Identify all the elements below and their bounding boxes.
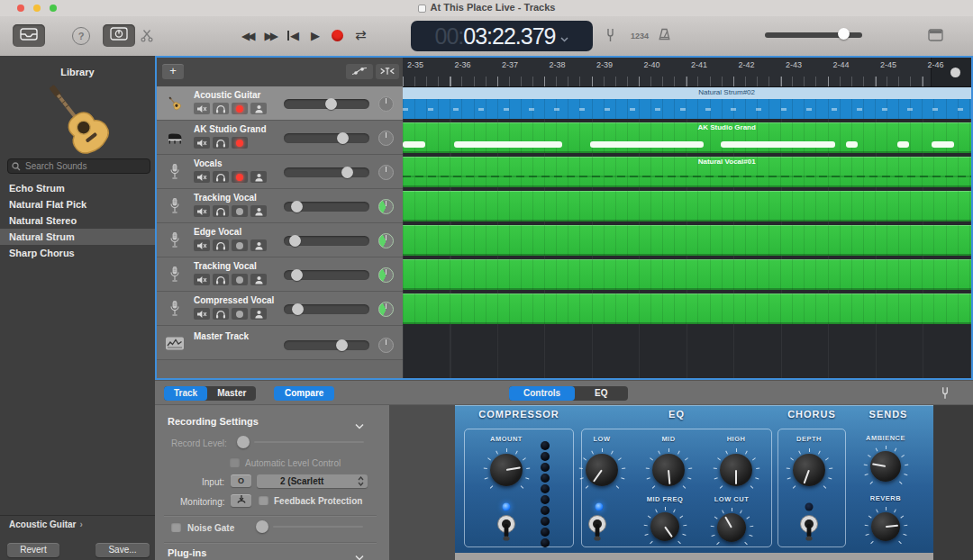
automation-button[interactable]	[346, 64, 373, 79]
solo-button[interactable]	[213, 137, 229, 149]
solo-button[interactable]	[213, 308, 229, 320]
track-volume-knob[interactable]	[289, 235, 301, 247]
track-row[interactable]: Vocals	[157, 155, 403, 189]
mid-freq-knob[interactable]	[644, 506, 686, 547]
mute-button[interactable]	[194, 171, 210, 183]
smart-controls-toggle-button[interactable]	[103, 24, 135, 47]
track-lane[interactable]: Natural Vocal#01	[403, 155, 971, 189]
record-enable-button[interactable]	[232, 308, 248, 320]
track-volume-knob[interactable]	[291, 269, 303, 281]
input-monitoring-button[interactable]	[250, 171, 267, 183]
track-lane[interactable]	[403, 189, 971, 223]
track-volume-knob[interactable]	[337, 132, 349, 144]
depth-knob[interactable]	[787, 447, 832, 492]
monitoring-button[interactable]	[231, 494, 251, 507]
track-volume-knob[interactable]	[325, 98, 337, 110]
solo-button[interactable]	[213, 274, 229, 285]
library-item[interactable]: Echo Strum	[0, 180, 155, 196]
track-volume-slider[interactable]	[284, 236, 369, 246]
track-row[interactable]: Edge Vocal	[157, 223, 403, 257]
library-toggle-button[interactable]	[13, 24, 45, 47]
mute-button[interactable]	[194, 103, 210, 114]
pan-knob[interactable]	[378, 131, 394, 146]
reverb-knob[interactable]	[865, 506, 906, 547]
compare-button[interactable]: Compare	[274, 386, 334, 401]
low-knob[interactable]	[579, 447, 624, 492]
pan-knob[interactable]	[378, 165, 394, 180]
compressor-switch[interactable]	[495, 514, 518, 548]
track-lane[interactable]	[403, 326, 971, 360]
save-button[interactable]: Save...	[95, 543, 150, 557]
input-select[interactable]: 2 (Scarlett	[257, 474, 368, 488]
input-monitoring-button[interactable]	[250, 103, 267, 114]
eq-switch[interactable]	[586, 514, 609, 548]
pan-knob[interactable]	[378, 199, 394, 214]
timeline-ruler[interactable]: 2-352-362-372-382-392-402-412-422-432-44…	[403, 58, 971, 87]
track-row[interactable]: Master Track	[157, 326, 403, 360]
mute-button[interactable]	[194, 274, 210, 285]
master-volume-slider[interactable]	[765, 31, 862, 40]
solo-button[interactable]	[213, 171, 229, 183]
search-input[interactable]	[23, 160, 146, 172]
recording-settings-header[interactable]: Recording Settings	[168, 416, 259, 427]
track-lane[interactable]: Natural Strum#02	[403, 86, 971, 121]
fast-forward-button[interactable]: ▶▶	[264, 31, 275, 41]
region-audio-blue[interactable]: Natural Strum#02	[403, 87, 971, 119]
library-item[interactable]: Natural Strum	[0, 229, 155, 245]
pan-knob[interactable]	[378, 96, 394, 112]
library-item[interactable]: Sharp Chorus	[0, 245, 155, 261]
track-lane[interactable]	[403, 257, 971, 292]
smart-controls-tuning-button[interactable]	[941, 386, 950, 403]
metronome-button[interactable]	[658, 28, 671, 45]
cycle-button[interactable]: ⇄	[355, 29, 367, 42]
zoom-slider-knob[interactable]	[950, 68, 960, 77]
ambience-knob[interactable]	[864, 445, 907, 488]
mute-button[interactable]	[194, 308, 210, 320]
lcd-display[interactable]: 00: 03:22.379	[411, 21, 593, 51]
go-to-beginning-button[interactable]: ◀	[287, 30, 299, 41]
chevron-down-icon[interactable]	[355, 417, 364, 433]
auto-level-checkbox[interactable]	[230, 457, 240, 467]
pan-knob[interactable]	[378, 338, 394, 353]
record-enable-button[interactable]	[232, 205, 248, 217]
track-lane[interactable]	[403, 292, 971, 326]
record-enable-button[interactable]	[232, 274, 248, 285]
record-button[interactable]	[332, 30, 343, 41]
track-volume-slider[interactable]	[284, 270, 369, 280]
add-track-button[interactable]: +	[162, 64, 184, 79]
noise-gate-knob[interactable]	[256, 520, 268, 533]
region-audio-green[interactable]: Natural Vocal#01	[403, 157, 971, 187]
patch-breadcrumb[interactable]: Acoustic Guitar›	[0, 515, 155, 529]
noise-gate-checkbox[interactable]	[171, 522, 181, 532]
input-format-button[interactable]: O	[231, 474, 251, 487]
solo-button[interactable]	[213, 239, 229, 251]
track-volume-slider[interactable]	[284, 99, 369, 109]
input-monitoring-button[interactable]	[250, 205, 267, 217]
master-volume-knob[interactable]	[838, 28, 850, 40]
track-row[interactable]: Acoustic Guitar	[157, 86, 403, 121]
record-level-knob[interactable]	[237, 436, 250, 448]
chevron-down-icon[interactable]	[355, 548, 364, 560]
record-enable-button[interactable]	[232, 137, 248, 149]
tab-controls[interactable]: Controls	[509, 386, 575, 401]
low-cut-knob[interactable]	[711, 507, 752, 548]
input-monitoring-button[interactable]	[250, 308, 267, 320]
feedback-protection-checkbox[interactable]	[259, 495, 268, 505]
track-volume-knob[interactable]	[341, 167, 353, 178]
pan-knob[interactable]	[378, 302, 394, 317]
rewind-button[interactable]: ◀◀	[241, 31, 252, 41]
record-enable-button[interactable]	[232, 239, 248, 251]
record-enable-button[interactable]	[232, 171, 248, 183]
master-tuning-button[interactable]	[605, 28, 615, 46]
region-plain-green[interactable]	[403, 294, 971, 324]
tab-eq[interactable]: EQ	[575, 386, 627, 401]
input-monitoring-button[interactable]	[250, 239, 267, 251]
track-row[interactable]: Compressed Vocal	[157, 292, 403, 326]
noise-gate-track[interactable]	[273, 526, 363, 528]
track-volume-knob[interactable]	[336, 339, 348, 351]
mute-button[interactable]	[194, 239, 210, 251]
track-volume-slider[interactable]	[284, 304, 369, 314]
pan-knob[interactable]	[378, 233, 394, 248]
region-plain-green[interactable]	[403, 225, 971, 256]
track-volume-knob[interactable]	[292, 303, 304, 315]
